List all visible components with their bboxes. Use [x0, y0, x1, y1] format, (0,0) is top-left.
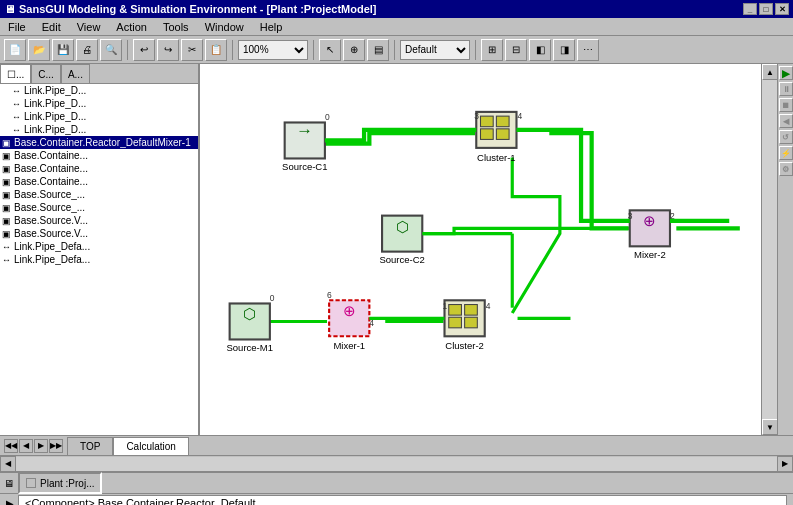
canvas-container[interactable]: → Source-C1 0 Cluster-1 3 4	[200, 64, 761, 435]
sep4	[394, 40, 395, 60]
svg-rect-32	[449, 317, 462, 328]
tree-item-3[interactable]: ↔ Link.Pipe_D...	[0, 123, 198, 136]
tree-label: Base.Source.V...	[14, 215, 88, 226]
tree-item-12[interactable]: ↔ Link.Pipe_Defa...	[0, 240, 198, 253]
reset-btn[interactable]: ↺	[779, 130, 793, 144]
settings-ctrl-btn[interactable]: ⚙	[779, 162, 793, 176]
scroll-left-btn[interactable]: ◀	[0, 456, 16, 472]
tree-label: Link.Pipe_D...	[24, 85, 86, 96]
tree-item-selected[interactable]: ▣ Base.Container.Reactor_DefaultMixer-1	[0, 136, 198, 149]
tree-item-8[interactable]: ▣ Base.Source_...	[0, 188, 198, 201]
tree-item-0[interactable]: ↔ Link.Pipe_D...	[0, 84, 198, 97]
tree-item-11[interactable]: ▣ Base.Source.V...	[0, 227, 198, 240]
save-btn[interactable]: 💾	[52, 39, 74, 61]
undo-btn[interactable]: ↩	[133, 39, 155, 61]
menu-action[interactable]: Action	[112, 20, 151, 34]
taskbar-plant-label: Plant :Proj...	[40, 478, 94, 489]
svg-rect-30	[449, 305, 462, 316]
panel-tab-2[interactable]: A...	[61, 64, 90, 83]
tab-scroll-last[interactable]: ▶▶	[49, 439, 63, 453]
menu-view[interactable]: View	[73, 20, 105, 34]
svg-text:6: 6	[327, 290, 332, 300]
app-icon: 🖥	[4, 3, 15, 15]
print-btn[interactable]: 🖨	[76, 39, 98, 61]
tab-calculation[interactable]: Calculation	[113, 437, 188, 455]
close-btn[interactable]: ✕	[775, 3, 789, 15]
tree-item-5[interactable]: ▣ Base.Containe...	[0, 149, 198, 162]
find-btn[interactable]: 🔍	[100, 39, 122, 61]
new-btn[interactable]: 📄	[4, 39, 26, 61]
tree-item-6[interactable]: ▣ Base.Containe...	[0, 162, 198, 175]
pause-btn[interactable]: ⏸	[779, 82, 793, 96]
cut-btn[interactable]: ✂	[181, 39, 203, 61]
taskbar: 🖥 Plant :Proj...	[0, 471, 793, 493]
menu-window[interactable]: Window	[201, 20, 248, 34]
scroll-track[interactable]	[762, 80, 777, 419]
scroll-right-btn[interactable]: ▶	[777, 456, 793, 472]
tool1-btn[interactable]: ⊞	[481, 39, 503, 61]
scroll-down-btn[interactable]: ▼	[762, 419, 778, 435]
tree-item-1[interactable]: ↔ Link.Pipe_D...	[0, 97, 198, 110]
flash-btn[interactable]: ⚡	[779, 146, 793, 160]
container-icon: ▣	[2, 164, 11, 174]
tool4-btn[interactable]: ◨	[553, 39, 575, 61]
svg-text:Cluster-2: Cluster-2	[445, 340, 484, 351]
connect-btn[interactable]: ⊕	[343, 39, 365, 61]
title-bar: 🖥 SansGUI Modeling & Simulation Environm…	[0, 0, 793, 18]
link-icon: ↔	[12, 112, 21, 122]
tree-item-9[interactable]: ▣ Base.Source_...	[0, 201, 198, 214]
menu-edit[interactable]: Edit	[38, 20, 65, 34]
tree-item-10[interactable]: ▣ Base.Source.V...	[0, 214, 198, 227]
menu-file[interactable]: File	[4, 20, 30, 34]
node-cluster-2[interactable]: Cluster-2 1 4	[442, 300, 490, 351]
layout-btn[interactable]: ▤	[367, 39, 389, 61]
tool2-btn[interactable]: ⊟	[505, 39, 527, 61]
redo-btn[interactable]: ↪	[157, 39, 179, 61]
right-scrollbar: ▲ ▼	[761, 64, 777, 435]
node-source-m1[interactable]: ⬡ Source-M1 0	[226, 293, 274, 353]
back-btn[interactable]: ◀	[779, 114, 793, 128]
open-btn[interactable]: 📂	[28, 39, 50, 61]
maximize-btn[interactable]: □	[759, 3, 773, 15]
taskbar-plant-btn[interactable]: Plant :Proj...	[18, 472, 102, 494]
zoom-combo[interactable]: 100% 75% 50% 150%	[238, 40, 308, 60]
tree-item-7[interactable]: ▣ Base.Containe...	[0, 175, 198, 188]
svg-rect-5	[481, 116, 494, 127]
menu-tools[interactable]: Tools	[159, 20, 193, 34]
node-source-c1[interactable]: → Source-C1 0	[282, 112, 330, 172]
diagram-svg: → Source-C1 0 Cluster-1 3 4	[200, 64, 761, 435]
tool3-btn[interactable]: ◧	[529, 39, 551, 61]
source-icon: ▣	[2, 229, 11, 239]
tree-item-13[interactable]: ↔ Link.Pipe_Defa...	[0, 253, 198, 266]
layout-combo[interactable]: Default	[400, 40, 470, 60]
container-icon: ▣	[2, 138, 11, 148]
tab-scroll-btns: ◀◀ ◀ ▶ ▶▶	[0, 439, 67, 453]
link-icon: ↔	[12, 86, 21, 96]
copy-btn[interactable]: 📋	[205, 39, 227, 61]
tree-label: Link.Pipe_Defa...	[14, 241, 90, 252]
sep2	[232, 40, 233, 60]
minimize-btn[interactable]: _	[743, 3, 757, 15]
h-scroll-track[interactable]	[16, 457, 777, 471]
scroll-up-btn[interactable]: ▲	[762, 64, 778, 80]
tree-label: Base.Source.V...	[14, 228, 88, 239]
tool5-btn[interactable]: ⋯	[577, 39, 599, 61]
tree-label: Base.Source_...	[14, 202, 85, 213]
stop-btn[interactable]: ⏹	[779, 98, 793, 112]
menu-bar: File Edit View Action Tools Window Help	[0, 18, 793, 36]
tab-top[interactable]: TOP	[67, 437, 113, 455]
node-mixer-2[interactable]: ⊕ Mixer-2 3 2	[628, 210, 675, 260]
menu-help[interactable]: Help	[256, 20, 287, 34]
tab-scroll-prev[interactable]: ◀	[19, 439, 33, 453]
tree-item-2[interactable]: ↔ Link.Pipe_D...	[0, 110, 198, 123]
tab-scroll-first[interactable]: ◀◀	[4, 439, 18, 453]
node-cluster-1[interactable]: Cluster-1 3 4	[474, 111, 522, 162]
node-source-c2[interactable]: ⬡ Source-C2	[379, 216, 424, 266]
play-btn[interactable]: ▶	[779, 66, 793, 80]
panel-tab-1[interactable]: C...	[31, 64, 61, 83]
tree-area: ↔ Link.Pipe_D... ↔ Link.Pipe_D... ↔ Link…	[0, 84, 198, 435]
node-mixer-1-selected[interactable]: ⊕ Mixer-1 6 4	[327, 290, 374, 351]
cursor-btn[interactable]: ↖	[319, 39, 341, 61]
panel-tab-0[interactable]: ☐...	[0, 64, 31, 83]
tab-scroll-next[interactable]: ▶	[34, 439, 48, 453]
